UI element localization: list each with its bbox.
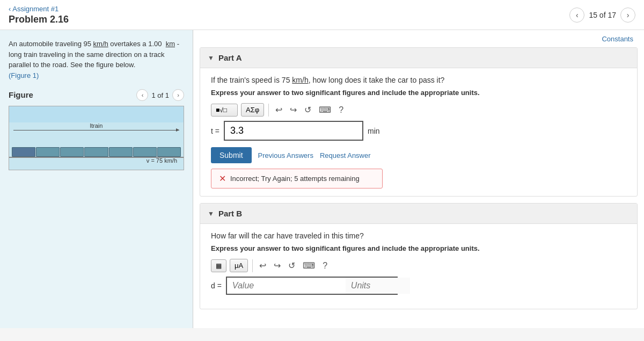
error-icon: ✕ [219,173,226,184]
part-a-body: If the train's speed is 75 km/h, how lon… [200,68,637,196]
part-a-toolbar: ■√□ ΑΣφ ↩ ↪ ↺ ⌨ ? [211,103,626,117]
train-engine [12,147,35,157]
figure-link[interactable]: (Figure 1) [9,71,39,79]
part-a-answer-row: t = min [211,121,626,141]
right-panel: Constants ▼ Part A If the train's speed … [193,30,644,328]
reset-button-b[interactable]: ↺ [286,259,297,272]
part-a-instruction: Express your answer to two significant f… [211,89,626,97]
part-b-body: How far will the car have traveled in th… [200,224,637,309]
part-a-error-box: ✕ Incorrect; Try Again; 5 attempts remai… [211,169,383,188]
part-a-label: Part A [218,53,242,62]
part-a-error-text: Incorrect; Try Again; 5 attempts remaini… [230,175,360,183]
help-button-b[interactable]: ? [320,260,330,272]
part-b-toolbar: ▦ μΑ ↩ ↪ ↺ ⌨ ? [211,259,626,272]
train-cars [12,147,181,157]
greek-button-b[interactable]: μΑ [230,259,248,272]
part-a-prev-answers-link[interactable]: Previous Answers [258,151,313,159]
part-a-section: ▼ Part A If the train's speed is 75 km/h… [200,47,638,197]
keyboard-button-a[interactable]: ⌨ [317,104,333,116]
length-unit: km [166,40,175,48]
constants-bar: Constants [193,30,644,47]
figure-section: Figure ‹ 1 of 1 › ltrain [9,89,184,170]
top-left: Assignment #1 Problem 2.16 [9,4,69,25]
nav-controls: ‹ 15 of 17 › [569,8,635,23]
part-a-input[interactable] [224,121,363,141]
constants-link[interactable]: Constants [602,35,633,43]
part-b-label: Part B [218,209,242,218]
next-problem-button[interactable]: › [620,8,635,23]
train-car-3 [84,147,108,157]
undo-button-a[interactable]: ↩ [273,104,284,116]
arrow-line [13,130,179,130]
math-format-button-b[interactable]: ▦ [211,259,226,272]
train-car-5 [133,147,157,157]
prev-problem-button[interactable]: ‹ [569,8,584,23]
part-a-actions: Submit Previous Answers Request Answer [211,147,626,163]
train-diagram: ltrain v = 75 km/h [9,106,184,170]
sky [9,106,184,122]
part-b-value-input[interactable] [227,278,346,294]
keyboard-button-b[interactable]: ⌨ [301,259,317,272]
left-panel: An automobile traveling 95 km/h overtake… [0,30,193,328]
reset-button-a[interactable]: ↺ [302,104,313,116]
part-a-answer-label: t = [211,127,219,135]
toolbar-sep-b [252,259,253,272]
part-a-request-answer-link[interactable]: Request Answer [320,151,371,159]
train-car-4 [109,147,133,157]
figure-count: 1 of 1 [151,90,169,101]
part-a-submit-button[interactable]: Submit [211,147,252,163]
figure-nav: ‹ 1 of 1 › [136,89,184,101]
speed-label: v = 75 km/h [147,156,177,165]
train-label: ltrain [90,121,103,130]
problem-description: An automobile traveling 95 km/h overtake… [9,39,184,81]
figure-image: ltrain v = 75 km/h [9,106,184,170]
train-car-2 [60,147,84,157]
problem-title: Problem 2.16 [9,14,69,25]
sqrt-icon: ■√□ [216,106,227,114]
part-b-answer-row: d = [211,277,626,295]
mu-icon: μΑ [235,262,243,270]
figure-title: Figure [9,89,33,101]
matrix-icon: ▦ [216,262,222,270]
part-a-unit: min [368,127,380,135]
greek-icon: ΑΣφ [246,106,259,114]
help-button-a[interactable]: ? [336,104,346,116]
part-a-arrow: ▼ [208,54,214,62]
assignment-link[interactable]: Assignment #1 [9,5,58,13]
speed-unit: km/h [93,40,108,48]
part-b-question: How far will the car have traveled in th… [211,231,626,240]
train-car-6 [157,147,181,157]
greek-button-a[interactable]: ΑΣφ [241,103,264,117]
part-b-answer-split [226,277,398,295]
part-b-header[interactable]: ▼ Part B [200,204,637,224]
part-b-arrow: ▼ [208,210,214,217]
math-format-button-a[interactable]: ■√□ [211,104,238,117]
top-bar: Assignment #1 Problem 2.16 ‹ 15 of 17 › [0,0,644,30]
undo-button-b[interactable]: ↩ [257,259,268,272]
toolbar-sep-a [268,104,269,117]
figure-prev-button[interactable]: ‹ [136,89,148,101]
part-a-header[interactable]: ▼ Part A [200,48,637,68]
train-speed-unit: km/h [292,76,308,84]
part-b-instruction: Express your answer to two significant f… [211,244,626,252]
problem-count: 15 of 17 [589,11,616,19]
part-a-question: If the train's speed is 75 km/h, how lon… [211,76,626,84]
train-car-1 [36,147,60,157]
part-b-answer-label: d = [211,281,222,290]
part-b-section: ▼ Part B How far will the car have trave… [200,203,638,309]
figure-header: Figure ‹ 1 of 1 › [9,89,184,101]
redo-button-a[interactable]: ↪ [288,104,299,116]
main-layout: An automobile traveling 95 km/h overtake… [0,30,644,328]
redo-button-b[interactable]: ↪ [272,259,283,272]
figure-next-button[interactable]: › [172,89,184,101]
part-b-units-input[interactable] [346,278,410,294]
